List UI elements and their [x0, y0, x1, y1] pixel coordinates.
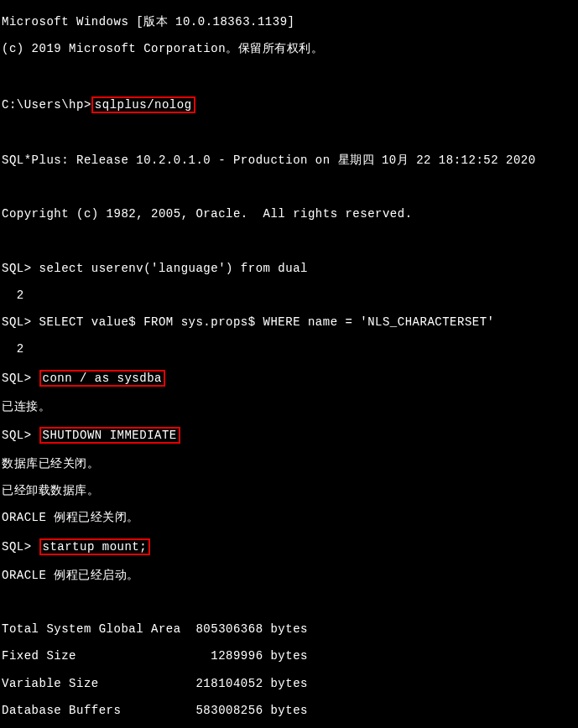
highlighted-command: sqlplus/nolog [91, 96, 195, 113]
sql-line: SQL> select userenv('language') from dua… [2, 262, 578, 275]
output-line: Variable Size 218104052 bytes [2, 677, 578, 690]
blank-line [2, 69, 578, 82]
output-line: ORACLE 例程已经关闭。 [2, 511, 578, 524]
sql-line: SQL> SELECT value$ FROM sys.props$ WHERE… [2, 315, 578, 329]
output-line: Database Buffers 583008256 bytes [2, 704, 578, 717]
output-line: ORACLE 例程已经启动。 [2, 569, 578, 582]
highlighted-command: SHUTDOWN IMMEDIATE [39, 427, 180, 444]
highlighted-command: startup mount; [39, 538, 151, 555]
release-line: SQL*Plus: Release 10.2.0.1.0 - Productio… [2, 153, 578, 167]
prompt: C:\Users\hp> [2, 98, 91, 112]
output-line: 已连接。 [2, 400, 578, 413]
highlighted-command: conn / as sysdba [39, 370, 165, 387]
prompt: SQL> [2, 372, 39, 385]
copyright-line: Copyright (c) 1982, 2005, Oracle. All ri… [2, 207, 578, 221]
blank-line [2, 235, 578, 248]
copyright-line: (c) 2019 Microsoft Corporation。保留所有权利。 [2, 42, 578, 55]
header-line: Microsoft Windows [版本 10.0.18363.1139] [2, 15, 578, 29]
line-number: 2 [2, 342, 578, 356]
output-line: Fixed Size 1289996 bytes [2, 649, 578, 663]
terminal-window[interactable]: Microsoft Windows [版本 10.0.18363.1139] (… [0, 0, 578, 728]
command-line: C:\Users\hp>sqlplus/nolog [2, 96, 578, 113]
output-line: Total System Global Area 805306368 bytes [2, 622, 578, 636]
command-line: SQL> SHUTDOWN IMMEDIATE [2, 427, 578, 444]
command-line: SQL> conn / as sysdba [2, 370, 578, 387]
blank-line [2, 127, 578, 140]
blank-line [2, 180, 578, 194]
prompt: SQL> [2, 429, 39, 442]
blank-line [2, 595, 578, 609]
output-line: 数据库已经关闭。 [2, 457, 578, 471]
line-number: 2 [2, 289, 578, 302]
output-line: 已经卸载数据库。 [2, 484, 578, 497]
command-line: SQL> startup mount; [2, 538, 578, 555]
prompt: SQL> [2, 540, 39, 554]
